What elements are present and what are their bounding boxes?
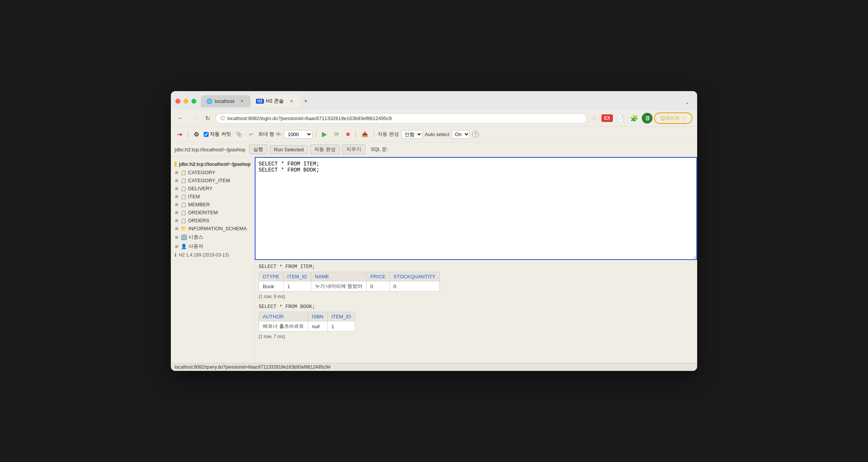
tab-h2-close[interactable]: ✕: [288, 98, 295, 104]
orders-label: ORDERS: [188, 218, 209, 223]
table-orders-icon: 📋: [181, 218, 186, 223]
cell-isbn: null: [308, 321, 327, 332]
sequences-icon: 🔢: [181, 234, 187, 240]
table-category-item-icon: 📋: [181, 178, 186, 183]
tab-dropdown-button[interactable]: ⌄: [682, 97, 693, 107]
auto-select-label: Auto select: [425, 132, 449, 137]
tree-item-category-item[interactable]: ⊞ 📋 CATEGORY_ITEM: [171, 176, 254, 184]
cell-item-id-2: 1: [327, 321, 355, 332]
maximize-button[interactable]: [191, 99, 196, 104]
table-row: 베르너 홀츠바르트 null 1: [259, 321, 355, 332]
col-isbn[interactable]: ISBN: [308, 312, 327, 321]
tab-localhost-label: localhost: [215, 98, 234, 104]
col-item-id-2[interactable]: ITEM_ID: [327, 312, 355, 321]
extension-doc-button[interactable]: 📄: [614, 113, 627, 124]
address-text: localhost:8082/login.do?jsessionid=6aac6…: [227, 116, 582, 121]
sidebar: jdbc:h2:tcp://localhost/~/jpashop ⊞ 📋 CA…: [171, 157, 255, 363]
extension-puzzle-button[interactable]: 🧩: [628, 113, 640, 124]
tree-item-category[interactable]: ⊞ 📋 CATEGORY: [171, 168, 254, 176]
update-button[interactable]: 업데이트 ⋮: [654, 112, 693, 124]
table-item-icon: 📋: [181, 194, 186, 199]
window-controls: [175, 99, 196, 104]
max-rows-select[interactable]: 100 1000 10000 100000: [284, 130, 312, 139]
info-icon: ℹ: [175, 252, 177, 258]
auto-commit-text: 자동 커밋: [210, 131, 231, 138]
col-stockquantity[interactable]: STOCKQUANTITY: [389, 272, 439, 281]
update-dots-icon: ⋮: [682, 116, 686, 121]
tree-item-delivery[interactable]: ⊞ 📋 DELIVERY: [171, 184, 254, 192]
tree-item-item[interactable]: ⊞ 📋 ITEM: [171, 192, 254, 201]
toolbar-sep-2: [316, 130, 316, 138]
help-button[interactable]: ?: [472, 131, 479, 138]
tab-localhost[interactable]: 🌐 localhost ✕: [201, 95, 251, 107]
expand-schema-icon: ⊞: [174, 226, 179, 231]
auto-commit-label[interactable]: 자동 커밋: [204, 131, 231, 138]
clear-button[interactable]: 지우기: [342, 144, 365, 154]
col-author[interactable]: AUTHOR: [259, 312, 308, 321]
col-price[interactable]: PRICE: [366, 272, 389, 281]
auto-complete-select[interactable]: 안함 모두: [401, 130, 423, 139]
new-tab-button[interactable]: +: [300, 95, 311, 107]
reload-button[interactable]: ↻: [203, 113, 212, 124]
information-schema-label: INFORMATION_SCHEMA: [188, 226, 247, 231]
tree-item-sequences[interactable]: ⊞ 🔢 시퀀스: [171, 233, 254, 242]
max-rows-label: 최대 행 수:: [258, 131, 282, 138]
result-info-1: (1 row, 9 ms): [259, 294, 693, 299]
status-bar: localhost:8082/query.do?jsessionid=6aac6…: [171, 363, 697, 371]
sql-textarea[interactable]: SELECT * FROM ITEM; SELECT * FROM BOOK;: [255, 157, 697, 260]
main-area: jdbc:h2:tcp://localhost/~/jpashop 실행 Run…: [171, 142, 697, 363]
cell-dtype: Book: [259, 281, 283, 292]
tree-item-member[interactable]: ⊞ 📋 MEMBER: [171, 201, 254, 209]
run-button[interactable]: ▶: [320, 129, 330, 140]
minimize-button[interactable]: [183, 99, 188, 104]
result-query-1: SELECT * FROM ITEM;: [259, 264, 693, 270]
expand-category-icon: ⊞: [174, 170, 179, 175]
expand-delivery-icon: ⊞: [174, 186, 179, 191]
tab-localhost-close[interactable]: ✕: [239, 98, 245, 104]
member-label: MEMBER: [188, 202, 210, 207]
col-item-id[interactable]: ITEM_ID: [283, 272, 311, 281]
stop-button[interactable]: ■: [344, 130, 352, 139]
orderitem-label: ORDERITEM: [188, 210, 218, 215]
export-button[interactable]: 📤: [359, 130, 370, 138]
version-text: H2 1.4.199 (2019-03-13): [179, 252, 229, 258]
result-block-1: SELECT * FROM ITEM; DTYPE ITEM_ID NAME P…: [259, 264, 693, 299]
commit-button[interactable]: 📎: [233, 130, 244, 138]
preferences-button[interactable]: ⚙: [191, 130, 201, 139]
col-name[interactable]: NAME: [311, 272, 366, 281]
run-sql-button[interactable]: 실행: [249, 144, 267, 154]
run-all-button[interactable]: ⟳: [332, 130, 341, 139]
expand-item-icon: ⊞: [174, 194, 179, 199]
back-button[interactable]: ←: [175, 113, 186, 123]
db-connection-info: jdbc:h2:tcp://localhost/~/jpashop: [171, 160, 254, 168]
rollback-button[interactable]: ↩: [247, 130, 256, 138]
tree-item-information-schema[interactable]: ⊞ 📁 INFORMATION_SCHEMA: [171, 225, 254, 233]
col-dtype[interactable]: DTYPE: [259, 272, 283, 281]
run-selected-button[interactable]: Run Selected: [270, 145, 308, 154]
disconnect-button[interactable]: ⇥: [175, 130, 184, 139]
lock-icon: ⓘ: [220, 115, 225, 122]
tree-item-orderitem[interactable]: ⊞ 📋 ORDERITEM: [171, 209, 254, 217]
db-connection-label: jdbc:h2:tcp://localhost/~/jpashop: [175, 147, 245, 152]
auto-complete-btn[interactable]: 자동 완성: [310, 144, 340, 154]
close-button[interactable]: [175, 99, 180, 104]
result-block-2: SELECT * FROM BOOK; AUTHOR ISBN ITEM_ID: [259, 304, 693, 339]
tab-h2[interactable]: H2 H2 콘솔 ✕: [251, 95, 300, 107]
expand-orders-icon: ⊞: [174, 218, 179, 223]
extension-ex-button[interactable]: EX: [601, 114, 613, 122]
tree-item-users[interactable]: ⊞ 👤 사용자: [171, 242, 254, 251]
delivery-label: DELIVERY: [188, 186, 212, 191]
bookmark-button[interactable]: ☆: [590, 113, 598, 124]
auto-select-select[interactable]: On Off: [452, 130, 470, 139]
toolbar-sep-3: [355, 130, 356, 138]
profile-button[interactable]: 경: [642, 113, 653, 124]
tree-item-orders[interactable]: ⊞ 📋 ORDERS: [171, 217, 254, 225]
results-area: SELECT * FROM ITEM; DTYPE ITEM_ID NAME P…: [255, 260, 697, 363]
table-member-icon: 📋: [181, 202, 186, 207]
auto-commit-checkbox[interactable]: [204, 132, 209, 137]
cell-item-id: 1: [283, 281, 311, 292]
auto-complete-label: 자동 완성: [378, 131, 399, 138]
category-label: CATEGORY: [188, 170, 215, 175]
toolbar-sep-1: [188, 130, 188, 138]
forward-button[interactable]: →: [189, 113, 200, 123]
